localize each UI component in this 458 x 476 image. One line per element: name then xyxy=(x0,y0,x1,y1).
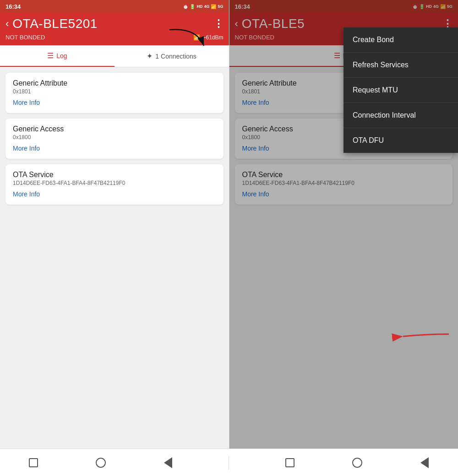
left-service-name-2: Generic Access xyxy=(13,125,216,133)
battery-icon: 🔋 xyxy=(190,4,195,9)
left-more-info-1[interactable]: More Info xyxy=(13,99,40,106)
left-signal-info: 📶 ~61dBm xyxy=(193,34,223,41)
menu-item-refresh-services[interactable]: Refresh Services xyxy=(344,53,458,78)
left-screen: 16:34 ⏰ 🔋 HD 4G 📶 5G ‹ OTA-BLE5201 ⋮ xyxy=(0,0,229,449)
hd-icon: HD xyxy=(196,4,202,9)
signal-4g-icon: 4G xyxy=(204,4,209,9)
left-tabs: ☰ Log ✦ 1 Connections xyxy=(0,45,229,67)
right-nav-square-btn[interactable] xyxy=(284,456,296,469)
left-content: Generic Attribute 0x1801 More Info Gener… xyxy=(0,67,229,449)
left-log-icon: ☰ xyxy=(47,51,54,60)
left-connections-icon: ✦ xyxy=(147,52,153,60)
left-bond-status: NOT BONDED xyxy=(5,34,45,41)
left-more-info-3[interactable]: More Info xyxy=(13,190,40,198)
left-status-icons: ⏰ 🔋 HD 4G 📶 5G xyxy=(183,4,223,9)
right-circle-icon xyxy=(352,458,362,468)
network-icon: 5G xyxy=(218,4,223,9)
right-square-icon xyxy=(285,458,294,467)
left-tab-connections[interactable]: ✦ 1 Connections xyxy=(114,45,229,67)
right-nav-circle-btn[interactable] xyxy=(351,456,364,469)
left-nav-back-btn[interactable] xyxy=(162,456,174,469)
left-wifi-icon: 📶 xyxy=(193,34,200,41)
left-more-info-2[interactable]: More Info xyxy=(13,145,40,152)
left-service-uuid-3: 1D14D6EE-FD63-4FA1-BFA4-8F47B42119F0 xyxy=(13,180,216,186)
global-bottom-nav xyxy=(0,449,458,476)
left-tab-log-label: Log xyxy=(56,52,67,60)
right-nav-back-btn[interactable] xyxy=(418,456,431,469)
nav-divider xyxy=(229,456,229,470)
left-circle-icon xyxy=(96,458,106,468)
left-triangle-icon xyxy=(164,457,172,468)
left-service-uuid-2: 0x1800 xyxy=(13,134,216,141)
left-device-name: OTA-BLE5201 xyxy=(12,16,213,31)
right-screen: 16:34 ⏰ 🔋 HD 4G 📶 5G ‹ OTA-BLE5 ⋮ NOT BO… xyxy=(229,0,458,449)
right-triangle-icon xyxy=(420,457,429,468)
left-header-bottom: NOT BONDED 📶 ~61dBm xyxy=(5,34,224,41)
left-service-name-3: OTA Service xyxy=(13,171,216,179)
left-service-uuid-1: 0x1801 xyxy=(13,88,216,95)
left-nav-circle-btn[interactable] xyxy=(94,456,107,469)
left-square-icon xyxy=(29,458,38,467)
context-menu: Create Bond Refresh Services Request MTU… xyxy=(344,27,458,153)
left-tab-connections-label: 1 Connections xyxy=(155,53,196,60)
left-back-button[interactable]: ‹ xyxy=(5,19,9,29)
left-signal-value: ~61dBm xyxy=(202,34,223,41)
left-tab-log[interactable]: ☰ Log xyxy=(0,45,114,67)
left-menu-button[interactable]: ⋮ xyxy=(213,18,224,30)
menu-item-connection-interval[interactable]: Connection Interval xyxy=(344,103,458,128)
left-service-card-3: OTA Service 1D14D6EE-FD63-4FA1-BFA4-8F47… xyxy=(5,164,224,205)
left-status-time: 16:34 xyxy=(5,3,21,10)
left-service-name-1: Generic Attribute xyxy=(13,79,216,87)
menu-item-request-mtu[interactable]: Request MTU xyxy=(344,78,458,103)
wifi-icon: 📶 xyxy=(211,4,216,9)
alarm-icon: ⏰ xyxy=(183,4,188,9)
menu-item-ota-dfu[interactable]: OTA DFU xyxy=(344,128,458,153)
left-header-top: ‹ OTA-BLE5201 ⋮ xyxy=(5,16,224,31)
left-status-bar: 16:34 ⏰ 🔋 HD 4G 📶 5G xyxy=(0,0,229,13)
left-service-card-2: Generic Access 0x1800 More Info xyxy=(5,119,224,159)
left-service-card-1: Generic Attribute 0x1801 More Info xyxy=(5,73,224,113)
menu-item-create-bond[interactable]: Create Bond xyxy=(344,27,458,53)
left-header: ‹ OTA-BLE5201 ⋮ NOT BONDED 📶 ~61dBm xyxy=(0,13,229,45)
left-nav-square-btn[interactable] xyxy=(27,456,40,469)
